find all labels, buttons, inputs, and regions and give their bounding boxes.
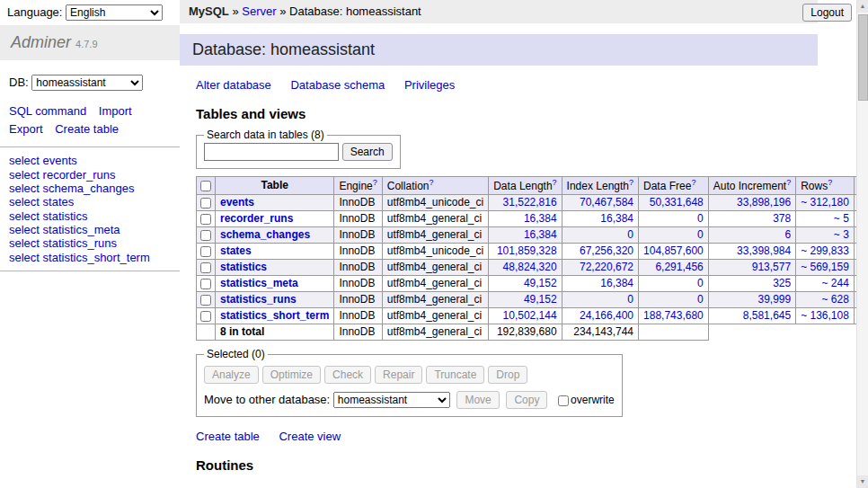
data-free-cell: 0 [639,292,709,308]
table-name-cell: recorder_runs [216,211,334,227]
table-link-events[interactable]: events [220,196,254,209]
checkbox-statistics_meta[interactable] [200,279,211,289]
collation-cell: utf8mb4_general_ci [382,211,488,227]
move-button[interactable]: Move [456,391,499,409]
link-create-table[interactable]: Create table [196,430,260,443]
help-link-data-length[interactable]: ? [553,178,557,187]
checkbox-events[interactable] [200,198,211,209]
help-link-auto-increment[interactable]: ? [786,178,791,187]
analyze-button[interactable]: Analyze [204,366,259,384]
column-header-index-length: Index Length? [562,177,638,195]
table-row-recorder_runs: recorder_runsInnoDButf8mb4_general_ci16,… [197,211,868,227]
table-name-cell: states [216,244,334,260]
select-all-checkbox[interactable] [200,181,211,191]
sidebar-link-select-statistics-short-term[interactable]: select statistics_short_term [9,251,180,264]
table-link-schema_changes[interactable]: schema_changes [220,228,310,241]
data-free-cell: 50,331,648 [639,195,709,211]
scroll-down-icon[interactable]: ▼ [857,475,868,488]
data-length-cell: 49,152 [489,292,562,308]
table-link-statistics_meta[interactable]: statistics_meta [220,277,298,289]
sidebar-action-sql-command[interactable]: SQL command [9,104,86,118]
index-length-cell: 24,166,400 [562,308,638,324]
checkbox-recorder_runs[interactable] [200,214,211,225]
scroll-up-icon[interactable]: ▲ [857,0,868,13]
search-input[interactable] [204,143,339,161]
sidebar-action-import[interactable]: Import [99,104,132,118]
table-link-states[interactable]: states [220,244,252,257]
check-button[interactable]: Check [324,366,371,384]
truncate-button[interactable]: Truncate [426,366,484,384]
db-select[interactable]: homeassistant [31,75,143,91]
checkbox-statistics[interactable] [200,262,211,273]
help-link-collation[interactable]: ? [429,178,433,187]
sidebar-link-select-statistics-runs[interactable]: select statistics_runs [9,236,180,250]
engine-cell: InnoDB [334,276,382,292]
vertical-scrollbar[interactable]: ▲ ▼ [856,0,868,488]
sidebar-action-export[interactable]: Export [9,122,43,136]
table-row-schema_changes: schema_changesInnoDButf8mb4_general_ci16… [197,227,868,244]
checkbox-states[interactable] [200,246,211,257]
copy-button[interactable]: Copy [506,391,547,409]
table-link-statistics_short_term[interactable]: statistics_short_term [220,309,329,322]
table-name-cell: events [216,195,334,211]
sidebar-link-select-events[interactable]: select events [9,154,180,167]
index-length-cell: 16,384 [562,211,638,227]
row-checkbox-cell [197,260,216,276]
help-link-data-free[interactable]: ? [691,178,695,187]
db-link-database-schema[interactable]: Database schema [290,78,385,92]
drop-button[interactable]: Drop [488,366,527,384]
main-content: Alter database Database schema Privilege… [180,78,818,488]
tables-table: TableEngine?Collation?Data Length?Index … [196,176,868,341]
db-link-privileges[interactable]: Privileges [404,78,455,92]
overwrite-checkbox[interactable] [558,395,569,406]
table-row-statistics_runs: statistics_runsInnoDButf8mb4_general_ci4… [197,292,868,308]
rows-cell: ~ 299,833 [796,244,855,260]
db-link-alter-database[interactable]: Alter database [196,78,271,92]
table-name-cell: statistics [216,260,334,276]
breadcrumb-items: MySQL » Server » Database: homeassistant [189,4,421,18]
collation-cell: utf8mb4_general_ci [382,276,488,292]
move-db-select[interactable]: homeassistant [333,392,450,408]
optimize-button[interactable]: Optimize [262,366,321,384]
search-button[interactable]: Search [342,143,393,161]
scrollbar-thumb[interactable] [858,14,868,101]
table-link-statistics_runs[interactable]: statistics_runs [220,293,297,306]
breadcrumb-server[interactable]: Server [242,4,276,18]
data-free-cell: 188,743,680 [639,308,709,324]
checkbox-schema_changes[interactable] [200,230,211,241]
row-checkbox-cell [197,308,216,324]
table-link-statistics[interactable]: statistics [220,261,267,273]
link-create-view[interactable]: Create view [279,430,341,443]
repair-button[interactable]: Repair [375,366,422,384]
sidebar-link-select-recorder-runs[interactable]: select recorder_runs [9,168,180,182]
auto-increment-cell: 39,999 [708,292,795,308]
search-fieldset: Search data in tables (8) Search [196,129,401,169]
overwrite-option[interactable]: overwrite [556,394,615,406]
sidebar-link-select-statistics-meta[interactable]: select statistics_meta [9,223,180,236]
database-links: Alter database Database schema Privilege… [196,78,818,92]
checkbox-statistics_short_term[interactable] [200,311,211,322]
logout-button[interactable]: Logout [802,4,852,22]
column-header-data-free: Data Free? [639,177,709,195]
table-row-statistics: statisticsInnoDButf8mb4_general_ci48,824… [197,260,868,276]
table-row-states: statesInnoDButf8mb4_unicode_ci101,859,32… [197,244,868,260]
sidebar-link-select-schema-changes[interactable]: select schema_changes [9,182,180,195]
column-header-auto-increment: Auto Increment? [708,177,795,195]
data-free-cell: 6,291,456 [639,260,709,276]
page-title: Database: homeassistant [180,34,818,66]
app-name: Adminer [11,33,71,51]
language-select[interactable]: English [66,4,163,21]
sidebar-link-select-states[interactable]: select states [9,195,180,209]
index-length-cell: 70,467,584 [562,195,638,211]
table-link-recorder_runs[interactable]: recorder_runs [220,212,293,225]
sidebar-action-create-table[interactable]: Create table [55,122,119,136]
help-link-index-length[interactable]: ? [629,178,633,187]
sidebar-link-select-statistics[interactable]: select statistics [9,209,180,223]
table-name-cell: statistics_meta [216,276,334,292]
rows-cell: ~ 3 [796,227,855,244]
breadcrumb-mysql[interactable]: MySQL [189,4,229,18]
data-free-cell: 104,857,600 [639,244,709,260]
help-link-engine[interactable]: ? [373,178,377,187]
checkbox-statistics_runs[interactable] [200,295,211,306]
help-link-rows[interactable]: ? [828,178,832,187]
